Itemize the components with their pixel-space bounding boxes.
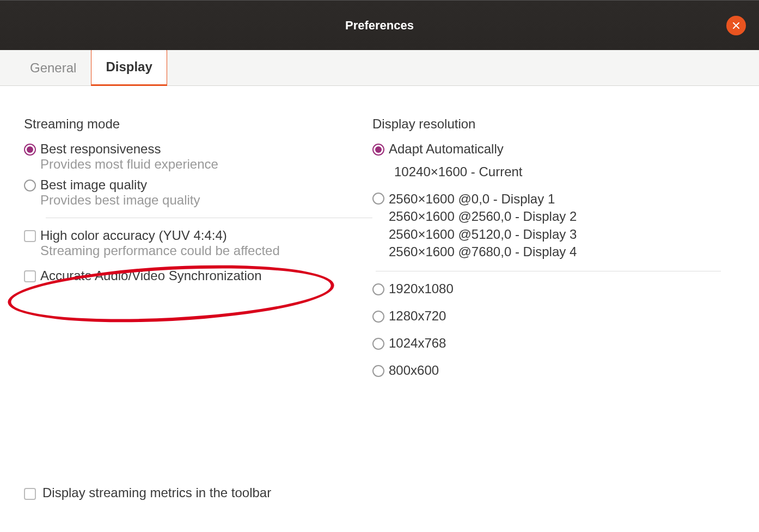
option-best-image-quality[interactable]: Best image quality Provides best image q… <box>24 177 372 208</box>
streaming-heading: Streaming mode <box>24 116 372 132</box>
label-1920x1080: 1920x1080 <box>389 281 454 296</box>
high-color-label: High color accuracy (YUV 4:4:4) <box>40 228 280 243</box>
separator <box>46 218 372 218</box>
best-image-quality-sub: Provides best image quality <box>40 193 200 208</box>
best-responsiveness-sub: Provides most fluid experience <box>40 157 218 172</box>
checkbox-av-sync[interactable] <box>24 270 36 282</box>
streaming-metrics-label: Display streaming metrics in the toolbar <box>42 485 271 500</box>
high-color-sub: Streaming performance could be affected <box>40 243 280 258</box>
option-800x600[interactable]: 800x600 <box>372 363 721 378</box>
label-1280x720: 1280x720 <box>389 308 446 324</box>
tab-bar: General Display <box>0 50 759 86</box>
current-resolution: 10240×1600 - Current <box>394 164 721 180</box>
window-title: Preferences <box>345 18 414 33</box>
display-4-label: 2560×1600 @7680,0 - Display 4 <box>389 243 577 261</box>
option-1920x1080[interactable]: 1920x1080 <box>372 281 721 296</box>
label-800x600: 800x600 <box>389 363 439 378</box>
display-3-label: 2560×1600 @5120,0 - Display 3 <box>389 226 577 243</box>
best-image-quality-label: Best image quality <box>40 177 200 193</box>
separator <box>376 271 721 271</box>
option-best-responsiveness[interactable]: Best responsiveness Provides most fluid … <box>24 141 372 172</box>
option-av-sync[interactable]: Accurate Audio/Video Synchronization <box>24 268 372 283</box>
content-area: Streaming mode Best responsiveness Provi… <box>0 86 759 401</box>
resolution-heading: Display resolution <box>372 116 721 132</box>
radio-1920x1080[interactable] <box>372 283 384 295</box>
titlebar: Preferences <box>0 0 759 50</box>
checkbox-streaming-metrics[interactable] <box>24 488 36 500</box>
option-adapt-auto[interactable]: Adapt Automatically <box>372 141 721 157</box>
label-1024x768: 1024x768 <box>389 336 446 351</box>
resolution-section: Display resolution Adapt Automatically 1… <box>372 116 721 390</box>
display-2-label: 2560×1600 @2560,0 - Display 2 <box>389 208 577 225</box>
option-1024x768[interactable]: 1024x768 <box>372 336 721 351</box>
option-high-color[interactable]: High color accuracy (YUV 4:4:4) Streamin… <box>24 228 372 258</box>
best-responsiveness-label: Best responsiveness <box>40 141 218 157</box>
tab-display[interactable]: Display <box>91 49 167 86</box>
checkbox-high-color[interactable] <box>24 230 36 242</box>
option-per-display[interactable]: 2560×1600 @0,0 - Display 1 2560×1600 @25… <box>372 190 721 261</box>
radio-1024x768[interactable] <box>372 338 384 350</box>
tab-general[interactable]: General <box>15 50 91 85</box>
radio-800x600[interactable] <box>372 365 384 377</box>
close-icon <box>732 21 740 30</box>
display-1-label: 2560×1600 @0,0 - Display 1 <box>389 190 577 208</box>
radio-per-display[interactable] <box>372 193 384 205</box>
radio-adapt-auto[interactable] <box>372 144 384 156</box>
option-1280x720[interactable]: 1280x720 <box>372 308 721 324</box>
radio-1280x720[interactable] <box>372 311 384 323</box>
radio-best-responsiveness[interactable] <box>24 144 36 156</box>
av-sync-label: Accurate Audio/Video Synchronization <box>40 268 262 283</box>
streaming-section: Streaming mode Best responsiveness Provi… <box>24 116 372 390</box>
radio-best-image-quality[interactable] <box>24 180 36 191</box>
adapt-auto-label: Adapt Automatically <box>389 141 504 157</box>
close-button[interactable] <box>726 16 746 35</box>
option-streaming-metrics[interactable]: Display streaming metrics in the toolbar <box>24 485 271 500</box>
